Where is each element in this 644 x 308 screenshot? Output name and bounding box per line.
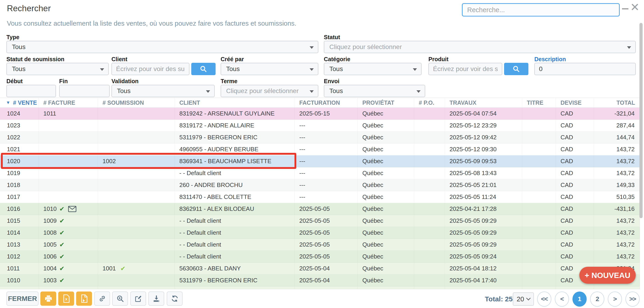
pagination-page-2[interactable]: 2	[590, 292, 604, 307]
type-label: Type	[6, 34, 20, 40]
table-row[interactable]: ✔ ✔	[0, 287, 640, 289]
fin-input[interactable]	[59, 85, 110, 97]
nouveau-button[interactable]: + NOUVEAU	[579, 267, 636, 284]
cell-vente: 1020	[0, 155, 39, 167]
pagination-prev[interactable]: <	[555, 292, 569, 307]
export-pdf-button[interactable]	[76, 292, 92, 306]
statut-soumission-select[interactable]: Tous	[6, 63, 109, 75]
statut-select[interactable]: Cliquez pour sélectionner	[324, 41, 636, 53]
table-row[interactable]: 1015 1009✔ ✔ - - Default client 2025-05-…	[0, 215, 640, 227]
description-input[interactable]	[534, 63, 636, 75]
client-search-button[interactable]	[191, 63, 216, 75]
fermer-button[interactable]: FERMER	[6, 292, 38, 306]
produit-search-button[interactable]	[504, 63, 528, 75]
page-size-select[interactable]: 20	[513, 293, 534, 306]
cell-titre	[522, 215, 556, 227]
cell-prov-etat: Québec	[358, 191, 414, 203]
cell-devise: CAD	[556, 108, 594, 119]
cell-vente: 1012	[0, 251, 39, 262]
column-header-vente[interactable]: ▼# VENTE	[0, 98, 39, 107]
table-row[interactable]: 1024 1011✔ ✔ 8319242 - ARSENAULT GUYLAIN…	[0, 108, 640, 120]
cell-soumission: ✔	[98, 167, 175, 179]
table-row[interactable]: 1023 ✔ ✔ 8319172 - ANDRE ALLAIRE --- Qué…	[0, 120, 640, 132]
table-row[interactable]: 1011 1004✔ 1001✔ 5630603 - ABEL DANY 202…	[0, 263, 640, 275]
pagination-page-1[interactable]: 1	[572, 292, 587, 307]
pagination-first[interactable]: <<	[537, 292, 551, 307]
cell-vente: 1023	[0, 120, 39, 131]
column-header-travaux[interactable]: TRAVAUX	[445, 98, 522, 107]
cree-par-select[interactable]: Tous	[221, 63, 318, 75]
column-header-titre[interactable]: TITRE	[522, 98, 556, 107]
table-row[interactable]: 1014 1008✔ ✔ - - Default client 2025-05-…	[0, 227, 640, 239]
edit-button[interactable]	[130, 292, 146, 306]
column-header-total[interactable]: TOTAL	[594, 98, 640, 107]
cell-facture: ✔	[39, 179, 98, 191]
edit-icon	[134, 295, 142, 303]
column-header-devise[interactable]: DEVISE	[556, 98, 594, 107]
table-row[interactable]: 1010 1003✔ ✔ 5311979 - BERGERON ERIC 202…	[0, 275, 640, 287]
validation-label: Validation	[112, 78, 138, 85]
cell-facturation: 2025-05-04	[295, 263, 358, 274]
cell-prov-etat: Québec	[358, 227, 414, 239]
type-select[interactable]: Tous	[6, 41, 318, 53]
column-header-client[interactable]: CLIENT	[175, 98, 295, 107]
table-row[interactable]: 1013 1005✔ ✔ - - Default client 2025-05-…	[0, 239, 640, 251]
table-row[interactable]: 1016 1010✔ ✔ 8362911 - ALEX BILODEAU 202…	[0, 203, 640, 215]
pagination-last[interactable]: >>	[626, 292, 640, 307]
link-button[interactable]	[94, 292, 110, 306]
refresh-button[interactable]	[167, 292, 182, 306]
column-header-facture[interactable]: # FACTURE	[39, 98, 98, 107]
cell-total: -431,16	[594, 203, 640, 215]
table-row[interactable]: 1012 1006✔ ✔ - - Default client 2025-05-…	[0, 251, 640, 263]
cell-travaux: 2025-05-05 09:29	[445, 239, 522, 251]
total-count: Total: 25	[485, 295, 512, 303]
cell-devise: CAD	[556, 191, 594, 203]
cell-vente: 1022	[0, 132, 39, 143]
check-icon: ✔	[60, 205, 65, 213]
cell-vente: 1016	[0, 203, 39, 215]
close-icon[interactable]: ✕	[630, 2, 640, 13]
client-input[interactable]	[112, 63, 190, 75]
cell-client: 8362911 - ALEX BILODEAU	[175, 203, 295, 215]
cell-soumission: ✔	[98, 251, 175, 262]
cell-facturation: 2025-05-05	[295, 251, 358, 262]
cell-facturation: ---	[295, 179, 358, 191]
table-row[interactable]: 1019 ✔ ✔ - - Default client --- Québec 2…	[0, 167, 640, 179]
cell-po	[414, 263, 445, 274]
chevron-down-icon	[100, 68, 104, 71]
validation-select[interactable]: Tous	[112, 85, 215, 97]
terme-select[interactable]: Cliquez pour sélectionner	[221, 85, 318, 97]
export-excel-button[interactable]: X	[58, 292, 74, 306]
search-input[interactable]	[462, 3, 620, 16]
zoom-in-button[interactable]	[112, 292, 128, 306]
envoi-select[interactable]: Tous	[324, 85, 425, 97]
scrollbar-thumb[interactable]	[640, 23, 642, 218]
table-row[interactable]: 1018 ✔ ✔ 260 - ANDRE BROCHU --- Québec 2…	[0, 179, 640, 191]
categorie-select[interactable]: Tous	[324, 63, 422, 75]
cell-devise: CAD	[556, 239, 594, 251]
debut-input[interactable]	[6, 85, 56, 97]
pagination-next[interactable]: >	[608, 292, 622, 307]
cell-facture: 1010✔	[39, 203, 98, 215]
download-button[interactable]	[148, 292, 164, 306]
cell-total: 143,72	[594, 155, 640, 167]
cell-travaux: 2025-05-12 09:30	[445, 143, 522, 155]
cell-titre	[522, 132, 556, 143]
cell-facturation: 2025-05-05	[295, 215, 358, 227]
table-row[interactable]: 1020 ✔ 1002✔ 8369341 - BEAUCHAMP LISETTE…	[0, 155, 640, 167]
cell-facture: 1009✔	[39, 215, 98, 227]
table-row[interactable]: 1017 ✔ ✔ 8311470 - ABEL COLETTE --- Québ…	[0, 191, 640, 203]
table-row[interactable]: 1022 ✔ ✔ 5311979 - BERGERON ERIC --- Qué…	[0, 132, 640, 143]
column-header-prov-etat[interactable]: PROV/ÉTAT	[358, 98, 414, 107]
produit-input[interactable]	[428, 63, 502, 75]
cell-prov-etat: Québec	[358, 108, 414, 119]
search-icon	[512, 65, 520, 73]
column-header-facturation[interactable]: FACTURATION	[295, 98, 358, 107]
print-button[interactable]	[40, 292, 56, 306]
cell-po	[414, 215, 445, 227]
column-header-soumission[interactable]: # SOUMISSION	[98, 98, 175, 107]
table-row[interactable]: 1021 ✔ ✔ 4960955 - AUDREY BERUBE --- Qué…	[0, 143, 640, 155]
minimize-icon[interactable]	[622, 8, 628, 9]
column-header-po[interactable]: # P.O.	[414, 98, 445, 107]
printer-icon	[44, 295, 52, 303]
